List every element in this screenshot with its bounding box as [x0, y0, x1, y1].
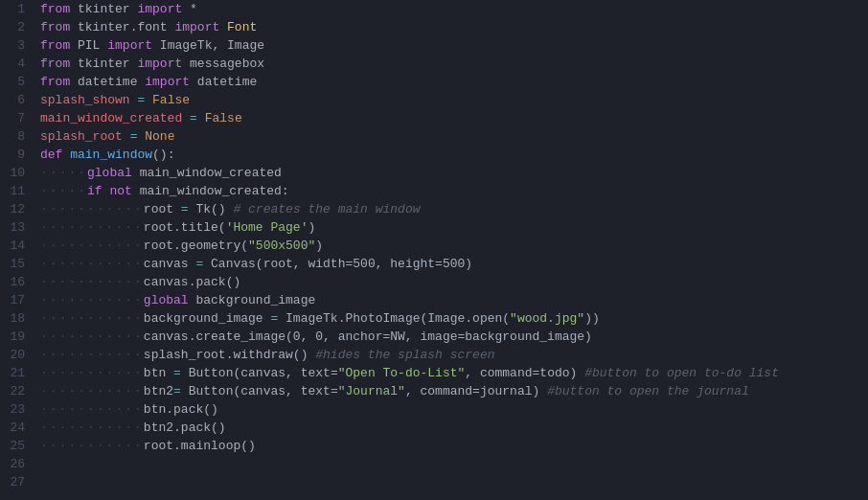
code-line: from tkinter import messagebox [40, 55, 868, 73]
token-cls: Font [227, 18, 257, 36]
line-number: 7 [8, 109, 25, 127]
token-plain: (): [152, 146, 174, 164]
code-line: splash_shown = False [40, 91, 868, 109]
token-bool: None [145, 127, 174, 146]
code-line: ···········background_image = ImageTk.Ph… [40, 309, 868, 328]
line-number: 25 [8, 437, 25, 455]
token-plain: Canvas(root, width=500, height=500) [203, 255, 472, 273]
token-op: = [181, 200, 189, 218]
token-plain: ) [315, 237, 323, 255]
token-plain [197, 109, 205, 127]
line-number: 21 [8, 364, 25, 382]
token-op: = [173, 382, 181, 400]
token-kw: def [40, 146, 62, 164]
code-line: ···········canvas = Canvas(root, width=5… [40, 255, 868, 273]
line-number: 6 [8, 91, 25, 109]
code-line: from datetime import datetime [40, 73, 868, 91]
token-kw: from [40, 36, 70, 55]
code-line: ·····global main_window_created [40, 164, 868, 182]
token-str: "wood.jpg" [510, 309, 584, 328]
code-line: from tkinter.font import Font [40, 18, 868, 36]
code-line: ···········canvas.create_image(0, 0, anc… [40, 328, 868, 346]
line-number: 18 [8, 309, 25, 328]
token-var: splash_root [40, 127, 123, 146]
line-number: 20 [8, 346, 25, 364]
token-bool: False [205, 109, 242, 127]
line-number: 23 [8, 400, 25, 419]
token-plain: datetime [70, 73, 145, 91]
token-plain: tkinter.font [70, 18, 174, 36]
token-plain [145, 91, 152, 109]
line-number: 1 [8, 0, 25, 18]
token-plain [137, 127, 145, 146]
code-line: ···········root.mainloop() [40, 437, 868, 455]
token-plain: btn2 [144, 382, 173, 400]
token-kw: global [87, 164, 132, 182]
token-op: = [130, 127, 138, 146]
token-op: = [190, 109, 197, 127]
line-number: 5 [8, 73, 25, 91]
token-plain: tkinter [70, 55, 137, 73]
token-kw: not [109, 182, 131, 200]
token-kw: import [137, 55, 182, 73]
token-str: 'Home Page' [226, 218, 308, 237]
token-comment: # creates the main window [233, 200, 420, 218]
line-number: 9 [8, 146, 25, 164]
line-number: 19 [8, 328, 25, 346]
token-plain: Button(canvas, text= [181, 364, 338, 382]
code-line: def main_window(): [40, 146, 868, 164]
token-plain: , command=todo) [465, 364, 584, 382]
line-number: 22 [8, 382, 25, 400]
token-str: "500x500" [248, 237, 315, 255]
code-line: ···········root.geometry("500x500") [40, 237, 868, 255]
token-plain: splash_root.withdraw() [144, 346, 315, 364]
token-plain: , command=journal) [405, 382, 547, 400]
line-number: 16 [8, 273, 25, 291]
token-plain: PIL [70, 36, 107, 55]
code-line: ···········btn.pack() [40, 400, 868, 419]
token-kw: from [40, 18, 70, 36]
token-fn: main_window [70, 146, 152, 164]
line-number: 13 [8, 218, 25, 237]
token-var: main_window_created [40, 109, 182, 127]
token-plain: main_window_created: [132, 182, 289, 200]
code-line: ···········root.title('Home Page') [40, 218, 868, 237]
token-plain [123, 127, 130, 146]
token-plain: Button(canvas, text= [181, 382, 338, 400]
token-plain: root [144, 200, 181, 218]
line-number: 11 [8, 182, 25, 200]
code-line: ···········btn2= Button(canvas, text="Jo… [40, 382, 868, 400]
code-line: ···········root = Tk() # creates the mai… [40, 200, 868, 218]
token-kw: from [40, 55, 70, 73]
token-plain: main_window_created [132, 164, 282, 182]
line-numbers: 1234567891011121314151617181920212223242… [0, 0, 36, 500]
line-number: 10 [8, 164, 25, 182]
token-plain: btn [144, 364, 173, 382]
token-bool: False [152, 91, 190, 109]
token-str: "Open To-do-List" [338, 364, 466, 382]
code-area[interactable]: from tkinter import *from tkinter.font i… [36, 0, 868, 500]
token-plain [130, 91, 138, 109]
token-comment: #hides the splash screen [315, 346, 494, 364]
token-plain: ) [308, 218, 315, 237]
token-plain [219, 18, 227, 36]
token-str: "Journal" [338, 382, 405, 400]
line-number: 27 [8, 473, 25, 491]
token-plain: background_image [189, 291, 316, 309]
token-plain: root.title( [144, 218, 226, 237]
token-plain: canvas [144, 255, 196, 273]
token-comment: #button to open to-do list [584, 364, 779, 382]
token-plain: btn.pack() [144, 400, 218, 419]
line-number: 12 [8, 200, 25, 218]
code-line: ···········btn2.pack() [40, 419, 868, 437]
token-kw: import [107, 36, 152, 55]
code-line: main_window_created = False [40, 109, 868, 127]
token-op: = [195, 255, 203, 273]
code-line: ···········btn = Button(canvas, text="Op… [40, 364, 868, 382]
line-number: 8 [8, 127, 25, 146]
token-plain: tkinter [70, 0, 137, 18]
token-plain: Tk() [189, 200, 234, 218]
code-line: from PIL import ImageTk, Image [40, 36, 868, 55]
code-line: ···········splash_root.withdraw() #hides… [40, 346, 868, 364]
token-plain [103, 182, 110, 200]
